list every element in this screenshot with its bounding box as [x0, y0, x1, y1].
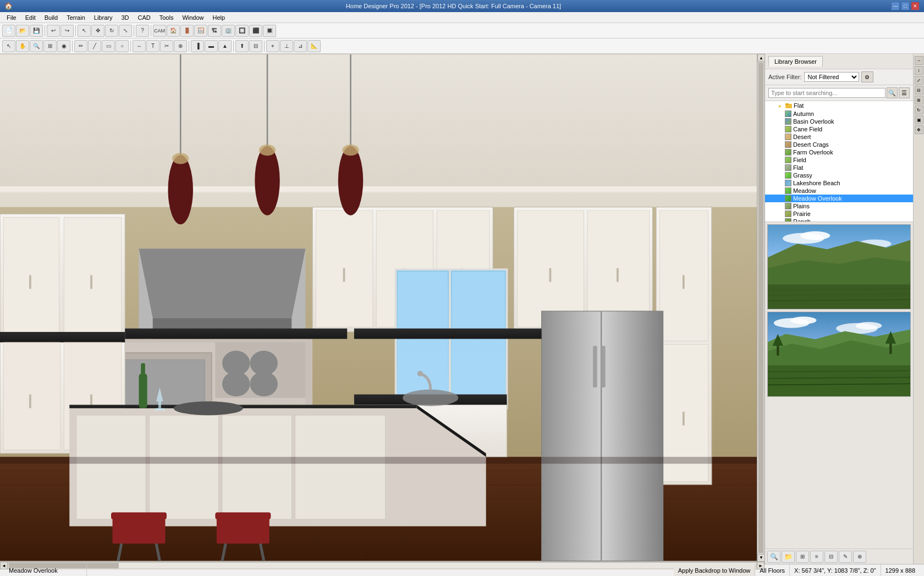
lib-btn-7[interactable]: ⊕: [853, 551, 866, 563]
minimize-button[interactable]: —: [891, 2, 900, 10]
scroll-down-arrow[interactable]: ▼: [757, 554, 765, 562]
elev-btn[interactable]: ⬆: [235, 40, 249, 52]
menu-edit[interactable]: Edit: [21, 13, 40, 22]
open-btn[interactable]: 📂: [16, 25, 29, 37]
menu-build[interactable]: Build: [40, 13, 62, 22]
lib-btn-2[interactable]: 📁: [782, 551, 795, 563]
section-btn[interactable]: ⊟: [249, 40, 262, 52]
menu-cad[interactable]: CAD: [133, 13, 155, 22]
redo-btn[interactable]: ↪: [61, 25, 74, 37]
line-btn[interactable]: ╱: [88, 40, 101, 52]
search-input[interactable]: [768, 88, 886, 98]
filter-settings-btn[interactable]: ⚙: [861, 71, 873, 82]
tree-item-flat[interactable]: Flat: [765, 164, 913, 171]
lib-btn-5[interactable]: ⊟: [824, 551, 838, 563]
tree-item-autumn[interactable]: Autumn: [765, 110, 913, 118]
cam-btn4[interactable]: 🪟: [194, 25, 207, 37]
mini-btn-2[interactable]: ↕: [915, 66, 923, 75]
measure-btn[interactable]: 📐: [307, 40, 321, 52]
scale-btn[interactable]: ⤡: [119, 25, 132, 37]
circle-btn[interactable]: ○: [116, 40, 129, 52]
tree-item-ranch[interactable]: Ranch: [765, 218, 913, 222]
library-browser-tab[interactable]: Library Browser: [768, 56, 823, 67]
zoom-btn[interactable]: 🔍: [30, 40, 43, 52]
tree-item-farm-overlook[interactable]: Farm Overlook: [765, 148, 913, 156]
tree-item-plains[interactable]: Plains: [765, 202, 913, 210]
cam-btn9[interactable]: 🔳: [263, 25, 276, 37]
select-btn[interactable]: ↖: [78, 25, 91, 37]
cam-btn7[interactable]: 🔲: [235, 25, 249, 37]
snap-btn3[interactable]: ⊿: [294, 40, 307, 52]
search-button[interactable]: 🔍: [887, 87, 898, 98]
lib-btn-4[interactable]: ≡: [810, 551, 823, 563]
wall-btn[interactable]: ▐: [191, 40, 204, 52]
save-btn[interactable]: 💾: [30, 25, 43, 37]
menu-tools[interactable]: Tools: [155, 13, 178, 22]
mini-btn-8[interactable]: ✥: [915, 125, 923, 134]
tree-item-meadow-overlook[interactable]: Meadow Overlook: [765, 195, 913, 202]
rotate-btn[interactable]: ↻: [105, 25, 118, 37]
tree-item-lakeshore-beach[interactable]: Lakeshore Beach: [765, 179, 913, 187]
cam-btn2[interactable]: 🏠: [167, 25, 180, 37]
menu-file[interactable]: File: [2, 13, 21, 22]
viewport-horizontal-scrollbar[interactable]: ◄ ►: [0, 562, 765, 569]
search-config-btn[interactable]: ☰: [899, 87, 910, 98]
menu-terrain[interactable]: Terrain: [62, 13, 90, 22]
move-btn[interactable]: ✥: [91, 25, 105, 37]
floor-btn[interactable]: ▬: [205, 40, 218, 52]
mini-btn-3[interactable]: ⤢: [915, 76, 923, 85]
lib-btn-3[interactable]: ⊞: [796, 551, 809, 563]
roof-btn[interactable]: ▲: [218, 40, 232, 52]
lib-btn-6[interactable]: ✎: [839, 551, 852, 563]
join-btn[interactable]: ⊕: [174, 40, 187, 52]
tree-item-meadow[interactable]: Meadow: [765, 187, 913, 195]
menu-help[interactable]: Help: [208, 13, 230, 22]
mini-btn-1[interactable]: ↔: [915, 56, 923, 65]
cam-btn1[interactable]: CAM: [153, 25, 166, 37]
mini-btn-6[interactable]: ↻: [915, 106, 923, 114]
menu-library[interactable]: Library: [90, 13, 117, 22]
3d-viewport[interactable]: [0, 54, 757, 562]
pan-btn[interactable]: ✋: [16, 40, 29, 52]
tree-item-field[interactable]: Field: [765, 156, 913, 164]
cam-btn6[interactable]: 🏢: [222, 25, 235, 37]
status-apply[interactable]: Apply Backdrop to Window: [674, 564, 755, 576]
close-button[interactable]: ✕: [911, 2, 920, 10]
break-btn[interactable]: ✂: [160, 40, 173, 52]
tree-item-flat-parent[interactable]: ▸ Flat: [765, 101, 913, 110]
tree-item-grassy[interactable]: Grassy: [765, 171, 913, 179]
cam-btn3[interactable]: 🚪: [180, 25, 194, 37]
tree-item-desert[interactable]: Desert: [765, 133, 913, 141]
snap-btn1[interactable]: ⌖: [266, 40, 279, 52]
draw-btn[interactable]: ✏: [74, 40, 87, 52]
mini-btn-5[interactable]: ⊞: [915, 96, 923, 104]
scroll-thumb[interactable]: [758, 63, 763, 553]
maximize-button[interactable]: □: [901, 2, 910, 10]
rect-btn[interactable]: ▭: [102, 40, 115, 52]
tree-item-cane-field[interactable]: Cane Field: [765, 125, 913, 133]
wire-btn[interactable]: ⊞: [43, 40, 57, 52]
library-tree[interactable]: ▸ Flat Autumn Basin Overlook Cane F: [765, 101, 913, 222]
render-btn[interactable]: ◉: [57, 40, 70, 52]
cam-btn5[interactable]: 🏗: [208, 25, 221, 37]
tree-item-prairie[interactable]: Prairie: [765, 210, 913, 218]
new-btn[interactable]: 📄: [2, 25, 15, 37]
tree-item-basin-overlook[interactable]: Basin Overlook: [765, 118, 913, 125]
menu-3d[interactable]: 3D: [117, 13, 133, 22]
arrow-btn[interactable]: ↖: [2, 40, 15, 52]
filter-select[interactable]: Not Filtered: [804, 72, 859, 82]
preview-image-2[interactable]: [767, 312, 911, 397]
snap-btn2[interactable]: ⊥: [280, 40, 293, 52]
menu-window[interactable]: Window: [178, 13, 208, 22]
mini-btn-4[interactable]: ⊟: [915, 86, 923, 95]
help-btn[interactable]: ?: [136, 25, 149, 37]
tree-item-desert-crags[interactable]: Desert Crags: [765, 141, 913, 148]
text-btn[interactable]: T: [146, 40, 160, 52]
lib-btn-1[interactable]: 🔍: [767, 551, 780, 563]
dim-btn[interactable]: ↔: [133, 40, 146, 52]
undo-btn[interactable]: ↩: [47, 25, 60, 37]
preview-image-1[interactable]: [767, 224, 911, 309]
mini-btn-7[interactable]: ▣: [915, 115, 923, 124]
viewport-vertical-scrollbar[interactable]: ▲ ▼: [757, 54, 765, 562]
cam-btn8[interactable]: ⬛: [249, 25, 262, 37]
